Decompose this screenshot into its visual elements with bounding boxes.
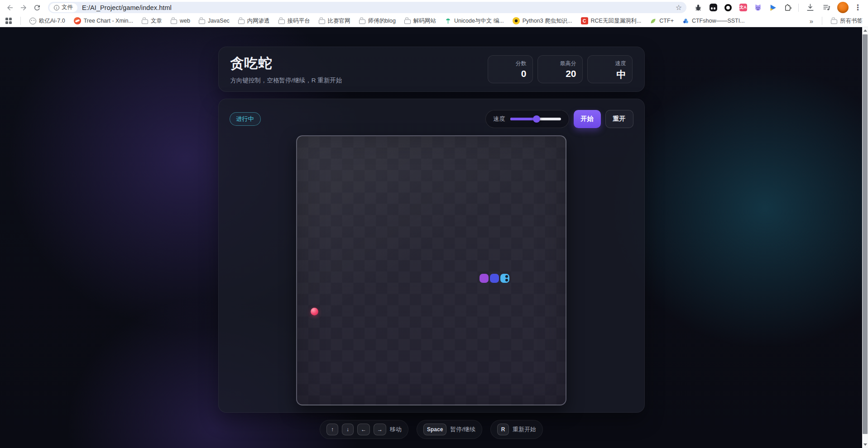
stat-speed: 速度 中 bbox=[587, 55, 633, 83]
bookmark-item[interactable]: CTF+ bbox=[650, 18, 674, 24]
game-panel: 进行中 速度 开始 重开 bbox=[218, 99, 645, 413]
translate-extension-icon[interactable]: 文A bbox=[738, 2, 748, 13]
reload-icon bbox=[33, 4, 41, 12]
folder-icon bbox=[171, 19, 177, 24]
hint-restart: R 重新开始 bbox=[490, 420, 543, 439]
toolbar-divider bbox=[798, 4, 799, 12]
forward-button[interactable] bbox=[17, 1, 30, 14]
speed-slider-thumb[interactable] bbox=[533, 115, 540, 123]
bookmarks-bar: 欧亿Ai-7.0 Tree Chart - Xmin... 文章 web Jav… bbox=[0, 15, 868, 27]
reload-button[interactable] bbox=[31, 1, 43, 14]
downloads-icon[interactable] bbox=[805, 2, 815, 13]
bookmark-item[interactable]: 师傅的blog bbox=[359, 17, 396, 25]
keyboard-hints: ↑ ↓ ← → 移动 Space 暂停/继续 R 重新开始 bbox=[218, 420, 645, 439]
bookmark-label: 解码网站 bbox=[413, 17, 436, 25]
stat-label: 分数 bbox=[494, 60, 527, 67]
play-triangle-extension-icon[interactable] bbox=[767, 2, 778, 13]
xmind-red-logo-icon bbox=[74, 17, 81, 24]
bookmark-label: 接码平台 bbox=[288, 17, 310, 25]
bookmark-item[interactable]: Python3 爬虫知识... bbox=[513, 17, 572, 25]
stat-score: 分数 0 bbox=[488, 55, 533, 83]
page-title: 贪吃蛇 bbox=[230, 54, 342, 73]
arrow-up-key: ↑ bbox=[326, 424, 338, 435]
scrollbar-up-arrow[interactable] bbox=[862, 27, 868, 34]
food-dot bbox=[311, 308, 318, 315]
bookmark-item[interactable]: CTFshow——SSTI... bbox=[682, 18, 745, 24]
yellow-badge-icon bbox=[513, 17, 520, 24]
stat-highscore: 最高分 20 bbox=[537, 55, 583, 83]
bookmarks-overflow-chevron[interactable]: » bbox=[810, 17, 813, 25]
status-badge: 进行中 bbox=[230, 112, 261, 126]
toolbar-right: ⋮ bbox=[802, 2, 864, 13]
site-info-chip[interactable]: i 文件 bbox=[49, 3, 77, 12]
bookmark-label: 欧亿Ai-7.0 bbox=[39, 17, 65, 25]
green-tree-icon bbox=[445, 18, 451, 24]
hint-restart-label: 重新开始 bbox=[513, 425, 536, 434]
stat-label: 最高分 bbox=[544, 60, 576, 67]
info-icon: i bbox=[54, 5, 59, 10]
bookmark-label: 师傅的blog bbox=[368, 17, 396, 25]
speed-slider[interactable] bbox=[510, 118, 561, 120]
bookmark-label: 内网渗透 bbox=[247, 17, 270, 25]
bookmark-label: RCE无回显漏洞利... bbox=[591, 17, 642, 25]
stat-value: 中 bbox=[594, 68, 626, 81]
back-button[interactable] bbox=[4, 1, 16, 14]
game-board bbox=[296, 135, 566, 405]
bookmark-label: CTFshow——SSTI... bbox=[692, 18, 745, 24]
bookmark-item[interactable]: Unicode与中文 编... bbox=[445, 17, 504, 25]
url-text[interactable]: E:/AI_Project/game/index.html bbox=[82, 4, 676, 11]
snake-head bbox=[500, 274, 509, 283]
all-bookmarks-button[interactable]: 所有书签 bbox=[831, 17, 863, 25]
bookmarks-divider bbox=[822, 17, 822, 25]
page-scrollbar[interactable] bbox=[862, 27, 868, 448]
bookmark-item[interactable]: 欧亿Ai-7.0 bbox=[29, 17, 65, 25]
all-bookmarks-label: 所有书签 bbox=[840, 17, 863, 25]
browser-menu-icon[interactable]: ⋮ bbox=[854, 3, 862, 12]
bookmark-item[interactable]: CRCE无回显漏洞利... bbox=[581, 17, 642, 25]
bookmark-item[interactable]: 内网渗透 bbox=[238, 17, 270, 25]
bookmark-label: Python3 爬虫知识... bbox=[523, 17, 572, 25]
page-subtitle: 方向键控制，空格暂停/继续，R 重新开始 bbox=[230, 76, 342, 85]
extensions-row: 文A bbox=[691, 2, 795, 13]
bookmark-label: CTF+ bbox=[659, 18, 674, 24]
bookmark-item[interactable]: 解码网站 bbox=[404, 17, 436, 25]
speed-control: 速度 bbox=[485, 110, 569, 128]
hint-pause-label: 暂停/继续 bbox=[450, 425, 475, 434]
face-logo-icon bbox=[29, 18, 36, 24]
panda-extension-icon[interactable] bbox=[708, 2, 719, 13]
restart-button[interactable]: 重开 bbox=[605, 110, 633, 128]
address-bar[interactable]: i 文件 E:/AI_Project/game/index.html ☆ bbox=[48, 2, 686, 13]
speed-slider-label: 速度 bbox=[494, 115, 505, 123]
bookmark-item[interactable]: 文章 bbox=[142, 17, 162, 25]
bookmark-star-icon[interactable]: ☆ bbox=[676, 4, 682, 11]
scrollbar-down-arrow[interactable] bbox=[862, 441, 868, 448]
apps-grid-icon[interactable] bbox=[5, 18, 12, 24]
bookmark-item[interactable]: Tree Chart - Xmin... bbox=[74, 17, 133, 24]
bookmark-label: Unicode与中文 编... bbox=[454, 17, 504, 25]
bookmark-label: JavaSec bbox=[208, 18, 230, 24]
start-button[interactable]: 开始 bbox=[574, 110, 601, 128]
stat-label: 速度 bbox=[594, 60, 626, 67]
scrollbar-thumb[interactable] bbox=[863, 34, 868, 434]
hint-move-label: 移动 bbox=[390, 425, 402, 434]
bookmark-label: 比赛官网 bbox=[328, 17, 350, 25]
bug-extension-icon[interactable] bbox=[693, 2, 704, 13]
cat-extension-icon[interactable] bbox=[753, 2, 763, 13]
extensions-puzzle-icon[interactable] bbox=[782, 2, 793, 13]
folder-icon bbox=[238, 19, 245, 24]
forward-icon bbox=[19, 4, 28, 12]
page-viewport: 贪吃蛇 方向键控制，空格暂停/继续，R 重新开始 分数 0 最高分 20 速度 … bbox=[0, 27, 868, 448]
hint-move: ↑ ↓ ← → 移动 bbox=[320, 420, 408, 439]
media-playlist-icon[interactable] bbox=[821, 2, 832, 13]
ring-extension-icon[interactable] bbox=[723, 2, 734, 13]
green-leaf-icon bbox=[650, 18, 657, 24]
hint-pause: Space 暂停/继续 bbox=[417, 420, 482, 439]
profile-avatar[interactable] bbox=[837, 2, 849, 13]
bookmark-item[interactable]: 接码平台 bbox=[278, 17, 310, 25]
red-c-logo-icon: C bbox=[581, 17, 588, 24]
bookmark-item[interactable]: web bbox=[171, 18, 190, 24]
bookmark-item[interactable]: 比赛官网 bbox=[319, 17, 350, 25]
folder-icon bbox=[404, 19, 411, 24]
stat-value: 20 bbox=[544, 68, 576, 79]
bookmark-item[interactable]: JavaSec bbox=[199, 18, 230, 24]
